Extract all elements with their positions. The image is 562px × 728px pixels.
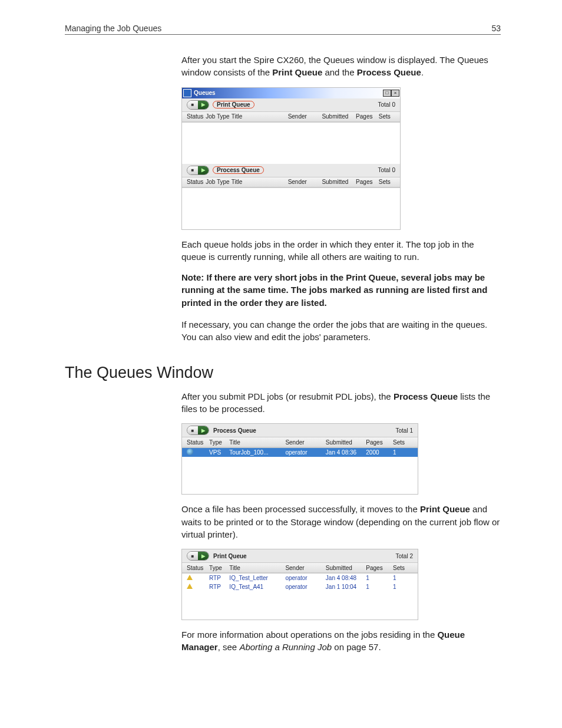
process-queue-section: ■ ▶ Process Queue Total 0 Status Job Typ… — [182, 164, 400, 229]
pause-icon: ■ — [187, 166, 198, 174]
process-queue-columns: Status Job Type Title Sender Submitted P… — [182, 177, 400, 187]
col-status[interactable]: Status — [186, 179, 204, 185]
col-title[interactable]: Title — [230, 179, 287, 185]
col-pages[interactable]: Pages — [355, 179, 378, 185]
col-status[interactable]: Status — [186, 113, 204, 120]
col-status[interactable]: Status — [186, 439, 208, 446]
cell-submitted: Jan 4 08:48 — [325, 575, 365, 581]
col-pages[interactable]: Pages — [365, 565, 392, 571]
page-header: Managing the Job Queues 53 — [65, 24, 501, 35]
running-icon — [187, 449, 193, 455]
text: and the — [322, 67, 356, 77]
cell-sender: operator — [284, 575, 324, 581]
text: , see — [218, 642, 240, 652]
window-title: Queues — [194, 90, 216, 96]
col-type[interactable]: Type — [208, 565, 228, 571]
close-button[interactable]: × — [391, 90, 399, 97]
col-sets[interactable]: Sets — [392, 439, 414, 446]
text: For more information about operations on… — [181, 630, 437, 640]
process-panel-columns: Status Type Title Sender Submitted Pages… — [182, 437, 418, 447]
cell-sets: 1 — [392, 449, 414, 456]
hold-icon — [187, 575, 193, 580]
col-type[interactable]: Type — [208, 439, 228, 446]
process-queue-total: Total 0 — [378, 167, 395, 173]
text: Once a file has been processed successfu… — [181, 504, 420, 514]
col-sender[interactable]: Sender — [284, 439, 324, 446]
note-paragraph: Note: If there are very short jobs in th… — [181, 271, 501, 309]
col-status[interactable]: Status — [186, 565, 208, 571]
header-left: Managing the Job Queues — [65, 24, 161, 33]
text-bold: Print Queue — [420, 504, 470, 514]
col-sender[interactable]: Sender — [287, 113, 321, 120]
cell-submitted: Jan 4 08:36 — [325, 449, 365, 456]
window-titlebar: Queues □ × — [182, 88, 400, 98]
col-submitted[interactable]: Submitted — [320, 179, 355, 185]
cell-pages: 1 — [365, 575, 392, 581]
text-bold: Process Queue — [357, 67, 421, 77]
table-row[interactable]: VPS TourJob_100... operator Jan 4 08:36 … — [182, 448, 418, 457]
print-queue-total: Total 0 — [378, 101, 395, 108]
paragraph-more-info: For more information about operations on… — [181, 628, 501, 654]
page-number: 53 — [491, 24, 501, 33]
text: Print Queue — [346, 272, 396, 282]
pause-icon: ■ — [187, 101, 198, 109]
process-queue-label: Process Queue — [213, 166, 264, 174]
queue-suspend-resume[interactable]: ■ ▶ — [187, 166, 209, 175]
col-sets[interactable]: Sets — [378, 113, 396, 120]
table-row[interactable]: RTP IQ_Test_A41 operator Jan 1 10:04 1 1 — [182, 582, 418, 591]
print-panel-body: RTP IQ_Test_Letter operator Jan 4 08:48 … — [182, 573, 418, 620]
paragraph-after-submit: After you submit PDL jobs (or resubmit P… — [181, 390, 501, 416]
intro-paragraph: After you start the Spire CX260, the Que… — [181, 54, 501, 79]
cross-ref: Aborting a Running Job — [239, 642, 332, 652]
print-queue-label: Print Queue — [213, 101, 254, 108]
col-submitted[interactable]: Submitted — [325, 439, 365, 446]
section-heading: The Queues Window — [65, 364, 501, 382]
cell-title: TourJob_100... — [228, 449, 284, 456]
col-sets[interactable]: Sets — [392, 565, 414, 571]
text: After you submit PDL jobs (or resubmit P… — [181, 391, 394, 401]
print-queue-panel: ■ ▶ Print Queue Total 2 Status Type Titl… — [181, 549, 418, 620]
col-submitted[interactable]: Submitted — [325, 565, 365, 571]
cell-sender: operator — [284, 584, 324, 590]
col-jobtype[interactable]: Job Type — [204, 179, 230, 185]
col-submitted[interactable]: Submitted — [320, 113, 355, 120]
text: If there are very short jobs in the — [204, 272, 346, 282]
cell-type: RTP — [208, 584, 228, 590]
text: running — [376, 285, 409, 295]
maximize-button[interactable]: □ — [383, 90, 391, 97]
paragraph-each-queue: Each queue holds jobs in the order in wh… — [181, 238, 501, 263]
text: on page 57. — [332, 642, 381, 652]
col-sets[interactable]: Sets — [378, 179, 396, 185]
pause-icon: ■ — [187, 426, 198, 434]
hold-icon — [187, 584, 193, 589]
col-title[interactable]: Title — [228, 439, 284, 446]
col-pages[interactable]: Pages — [365, 439, 392, 446]
cell-sets: 1 — [392, 575, 414, 581]
cell-pages: 1 — [365, 584, 392, 590]
pause-icon: ■ — [187, 552, 198, 560]
col-title[interactable]: Title — [228, 565, 284, 571]
cell-type: RTP — [208, 575, 228, 581]
col-pages[interactable]: Pages — [355, 113, 378, 120]
queue-suspend-resume[interactable]: ■ ▶ — [187, 426, 209, 435]
cell-type: VPS — [208, 449, 228, 456]
paragraph-once-processed: Once a file has been processed successfu… — [181, 503, 501, 541]
queue-suspend-resume[interactable]: ■ ▶ — [187, 551, 209, 561]
col-sender[interactable]: Sender — [287, 179, 321, 185]
process-panel-body: VPS TourJob_100... operator Jan 4 08:36 … — [182, 447, 418, 494]
paragraph-if-necessary: If necessary, you can change the order t… — [181, 318, 501, 344]
cell-pages: 2000 — [365, 449, 392, 456]
process-queue-total: Total 1 — [396, 427, 413, 434]
play-icon: ▶ — [198, 166, 209, 174]
play-icon: ▶ — [198, 101, 209, 109]
print-panel-columns: Status Type Title Sender Submitted Pages… — [182, 562, 418, 573]
queue-suspend-resume[interactable]: ■ ▶ — [187, 100, 209, 110]
col-jobtype[interactable]: Job Type — [204, 113, 230, 120]
cell-title: IQ_Test_Letter — [228, 575, 284, 581]
cell-sets: 1 — [392, 584, 414, 590]
col-sender[interactable]: Sender — [284, 565, 324, 571]
app-icon — [183, 89, 191, 97]
process-queue-body — [182, 187, 400, 229]
table-row[interactable]: RTP IQ_Test_Letter operator Jan 4 08:48 … — [182, 574, 418, 582]
col-title[interactable]: Title — [230, 113, 287, 120]
